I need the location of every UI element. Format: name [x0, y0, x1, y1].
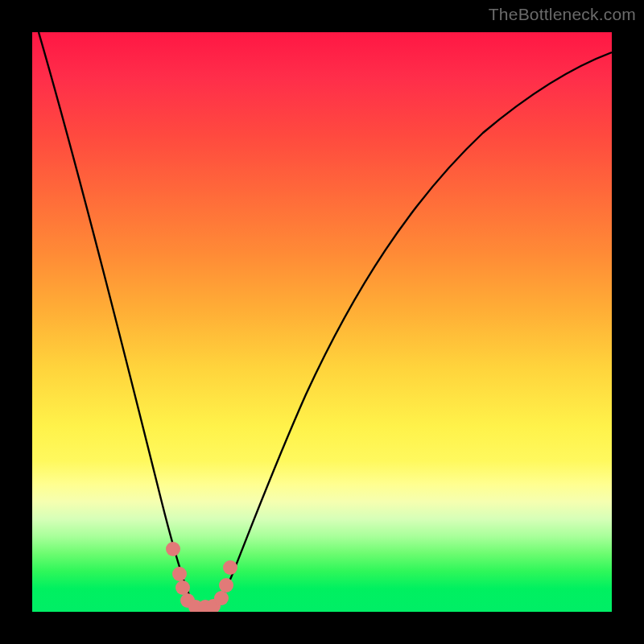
- svg-point-9: [223, 560, 237, 575]
- curve-path: [39, 32, 612, 606]
- svg-point-7: [214, 591, 229, 605]
- outer-frame: TheBottleneck.com: [0, 0, 644, 644]
- bottleneck-curve: [32, 32, 612, 612]
- marker-group: [166, 542, 237, 612]
- svg-point-1: [172, 567, 187, 581]
- svg-point-8: [219, 578, 233, 592]
- svg-point-0: [166, 542, 180, 556]
- plot-area: [32, 32, 612, 612]
- attribution-text: TheBottleneck.com: [489, 5, 636, 24]
- svg-point-2: [175, 580, 190, 595]
